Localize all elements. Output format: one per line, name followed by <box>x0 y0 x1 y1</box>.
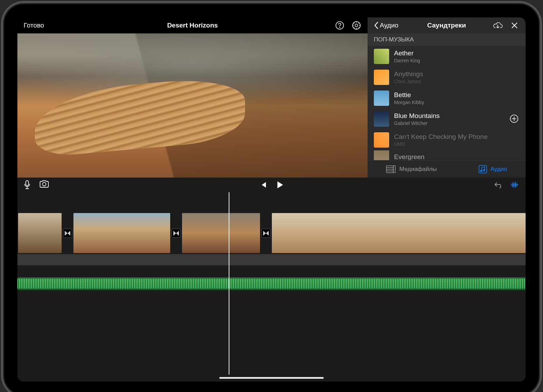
track-artist: Gabriel Witcher <box>394 120 505 126</box>
track-item[interactable]: Evergreen <box>368 150 526 160</box>
ipad-device-frame: Готово Desert Horizons Ауд <box>3 3 540 392</box>
tab-audio-label: Аудио <box>490 166 507 173</box>
svg-point-11 <box>42 182 46 186</box>
done-button[interactable]: Готово <box>24 22 44 29</box>
playhead[interactable] <box>229 192 229 375</box>
skip-back-icon[interactable] <box>260 182 267 188</box>
audio-browser-header: Аудио Саундтреки <box>368 17 526 33</box>
track-artist: Darren King <box>394 58 519 63</box>
track-item[interactable]: Anythings Chris James <box>368 67 526 88</box>
track-title: Aether <box>394 49 519 57</box>
track-title: Bettie <box>394 91 519 99</box>
track-list[interactable]: Aether Darren King Anythings Chris James… <box>368 46 526 160</box>
download-cloud-icon[interactable] <box>493 21 503 30</box>
tab-media[interactable]: Медиафайлы <box>386 165 436 173</box>
svg-point-8 <box>480 170 482 172</box>
back-label: Аудио <box>380 22 399 29</box>
track-item[interactable]: Can't Keep Checking My Phone UMO <box>368 130 526 150</box>
timeline-toolbar <box>17 178 526 192</box>
category-header: ПОП-МУЗЫКА <box>368 33 526 46</box>
tab-media-label: Медиафайлы <box>399 166 436 173</box>
track-title: Blue Mountains <box>394 112 505 120</box>
video-clip[interactable] <box>73 213 170 253</box>
app-screen: Готово Desert Horizons Ауд <box>17 17 526 382</box>
track-artwork <box>374 111 389 127</box>
svg-point-1 <box>339 27 340 28</box>
video-preview[interactable] <box>17 33 368 178</box>
track-title: Can't Keep Checking My Phone <box>394 133 519 141</box>
track-artwork <box>374 70 389 85</box>
track-item[interactable]: Aether Darren King <box>368 46 526 67</box>
transition-icon[interactable] <box>63 229 72 238</box>
svg-rect-7 <box>479 165 487 173</box>
track-artwork <box>374 132 389 148</box>
timeline[interactable] <box>17 192 526 382</box>
project-title: Desert Horizons <box>167 22 218 29</box>
audio-waveform <box>17 279 526 289</box>
svg-rect-10 <box>26 181 29 186</box>
video-clip[interactable] <box>182 213 260 253</box>
track-title: Anythings <box>394 70 519 78</box>
tab-audio[interactable]: Аудио <box>479 165 507 173</box>
track-item[interactable]: Bettie Morgan Kibby <box>368 88 526 109</box>
audio-browser-panel: Аудио Саундтреки ПОП-МУЗЫКА Ae <box>368 17 526 178</box>
help-icon[interactable] <box>335 21 345 30</box>
transition-icon[interactable] <box>172 229 181 238</box>
settings-gear-icon[interactable] <box>352 21 361 30</box>
svg-point-3 <box>355 24 358 27</box>
close-icon[interactable] <box>510 21 519 30</box>
video-clip[interactable] <box>272 213 526 253</box>
track-artwork <box>374 150 389 160</box>
track-artist: UMO <box>394 141 519 147</box>
browser-tabs: Медиафайлы Аудио <box>368 160 526 178</box>
clip-audio-lane <box>17 254 526 265</box>
track-title: Evergreen <box>394 153 519 160</box>
track-artwork <box>374 49 389 64</box>
svg-point-9 <box>483 170 485 171</box>
preview-header: Готово Desert Horizons <box>17 17 368 33</box>
preview-panel: Готово Desert Horizons <box>17 17 368 178</box>
undo-icon[interactable] <box>494 181 503 188</box>
play-icon[interactable] <box>277 181 283 189</box>
add-track-button[interactable] <box>510 114 519 124</box>
track-artist: Morgan Kibby <box>394 100 519 105</box>
microphone-icon[interactable] <box>24 180 31 189</box>
home-indicator[interactable] <box>219 377 324 379</box>
track-artwork <box>374 91 389 106</box>
waveform-icon[interactable] <box>510 181 519 188</box>
video-clip[interactable] <box>18 213 62 253</box>
browser-title: Саундтреки <box>427 22 466 29</box>
transition-icon[interactable] <box>261 229 270 238</box>
camera-icon[interactable] <box>39 180 49 189</box>
track-item[interactable]: Blue Mountains Gabriel Witcher <box>368 109 526 130</box>
video-track[interactable] <box>17 213 526 253</box>
back-button[interactable]: Аудио <box>374 22 399 29</box>
soundtrack-clip[interactable] <box>17 277 526 290</box>
track-artist: Chris James <box>394 79 519 84</box>
